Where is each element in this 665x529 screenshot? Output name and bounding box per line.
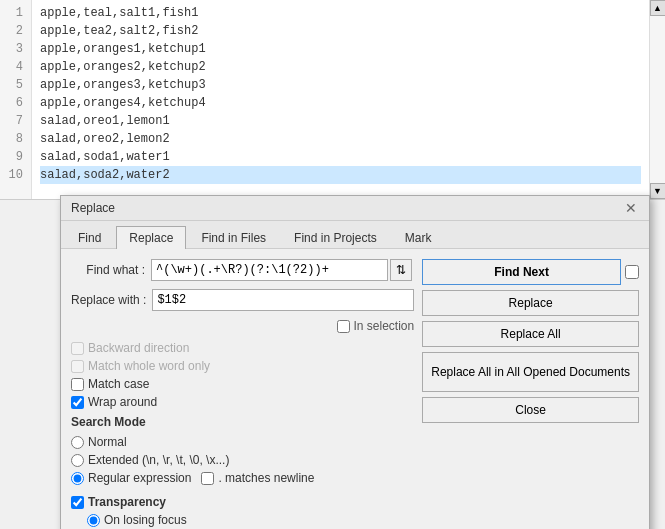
radio-extended: Extended (\n, \r, \t, \0, \x...) xyxy=(71,453,414,467)
match-case-checkbox[interactable] xyxy=(71,378,84,391)
transparency-header: Transparency xyxy=(71,495,414,509)
matches-newline-checkbox[interactable] xyxy=(201,472,214,485)
replace-button[interactable]: Replace xyxy=(422,290,639,316)
transparency-section: Transparency On losing focus Always xyxy=(71,495,414,529)
line-numbers: 12345678910 xyxy=(0,0,32,199)
transparency-checkbox[interactable] xyxy=(71,496,84,509)
search-mode-label: Search Mode xyxy=(71,415,414,429)
wrap-around-row: Wrap around xyxy=(71,395,414,409)
replace-label: Replace with : xyxy=(71,293,152,307)
tab-find[interactable]: Find xyxy=(65,226,114,249)
radio-normal-input[interactable] xyxy=(71,436,84,449)
search-mode-options: Normal Extended (\n, \r, \t, \0, \x...) … xyxy=(71,435,414,485)
find-next-button[interactable]: Find Next xyxy=(422,259,621,285)
replace-all-button[interactable]: Replace All xyxy=(422,321,639,347)
dialog-titlebar: Replace ✕ xyxy=(61,196,649,221)
find-what-row: Find what : ⇅ xyxy=(71,259,414,281)
find-label: Find what : xyxy=(71,263,151,277)
editor-scrollbar: ▲ ▼ xyxy=(649,0,665,199)
dialog-left-panel: Find what : ⇅ Replace with : In selectio… xyxy=(71,259,414,529)
match-case-row: Match case xyxy=(71,377,414,391)
code-line: apple,oranges1,ketchup1 xyxy=(40,40,641,58)
match-whole-word-row: Match whole word only xyxy=(71,359,414,373)
radio-extended-input[interactable] xyxy=(71,454,84,467)
close-button[interactable]: Close xyxy=(422,397,639,423)
code-content[interactable]: apple,teal,salt1,fish1apple,tea2,salt2,f… xyxy=(32,0,649,199)
dialog-close-button[interactable]: ✕ xyxy=(623,201,639,215)
backward-direction-checkbox[interactable] xyxy=(71,342,84,355)
replace-all-opened-button[interactable]: Replace All in All Opened Documents xyxy=(422,352,639,392)
options-section: Backward direction Match whole word only… xyxy=(71,341,414,409)
match-whole-word-checkbox[interactable] xyxy=(71,360,84,373)
scroll-up-btn[interactable]: ▲ xyxy=(650,0,666,16)
radio-regex: Regular expression . matches newline xyxy=(71,471,414,485)
tab-find-in-files[interactable]: Find in Files xyxy=(188,226,279,249)
transparency-options: On losing focus Always xyxy=(87,513,414,529)
tab-replace[interactable]: Replace xyxy=(116,226,186,249)
find-next-checkbox[interactable] xyxy=(625,265,639,279)
code-line: apple,oranges3,ketchup3 xyxy=(40,76,641,94)
swap-button[interactable]: ⇅ xyxy=(390,259,412,281)
dialog-tabs: FindReplaceFind in FilesFind in Projects… xyxy=(61,221,649,249)
replace-dialog: Replace ✕ FindReplaceFind in FilesFind i… xyxy=(60,195,650,529)
in-selection-row: In selection xyxy=(71,319,414,333)
radio-on-losing-focus-input[interactable] xyxy=(87,514,100,527)
code-line: apple,oranges4,ketchup4 xyxy=(40,94,641,112)
backward-direction-row: Backward direction xyxy=(71,341,414,355)
dialog-right-panel: Find Next Replace Replace All Replace Al… xyxy=(422,259,639,529)
find-next-row: Find Next xyxy=(422,259,639,285)
in-selection-label: In selection xyxy=(337,319,415,333)
replace-with-row: Replace with : xyxy=(71,289,414,311)
code-line: salad,oreo1,lemon1 xyxy=(40,112,641,130)
radio-on-losing-focus: On losing focus xyxy=(87,513,414,527)
code-line: apple,teal,salt1,fish1 xyxy=(40,4,641,22)
radio-regex-input[interactable] xyxy=(71,472,84,485)
code-line: salad,oreo2,lemon2 xyxy=(40,130,641,148)
tab-find-in-projects[interactable]: Find in Projects xyxy=(281,226,390,249)
code-line: salad,soda1,water1 xyxy=(40,148,641,166)
dialog-body: Find what : ⇅ Replace with : In selectio… xyxy=(61,249,649,529)
editor-area: 12345678910 apple,teal,salt1,fish1apple,… xyxy=(0,0,665,200)
scroll-down-btn[interactable]: ▼ xyxy=(650,183,666,199)
radio-normal: Normal xyxy=(71,435,414,449)
code-line: salad,soda2,water2 xyxy=(40,166,641,184)
in-selection-checkbox[interactable] xyxy=(337,320,350,333)
code-line: apple,tea2,salt2,fish2 xyxy=(40,22,641,40)
wrap-around-checkbox[interactable] xyxy=(71,396,84,409)
replace-input[interactable] xyxy=(152,289,414,311)
find-input[interactable] xyxy=(151,259,388,281)
dialog-title: Replace xyxy=(71,201,115,215)
code-line: apple,oranges2,ketchup2 xyxy=(40,58,641,76)
tab-mark[interactable]: Mark xyxy=(392,226,445,249)
